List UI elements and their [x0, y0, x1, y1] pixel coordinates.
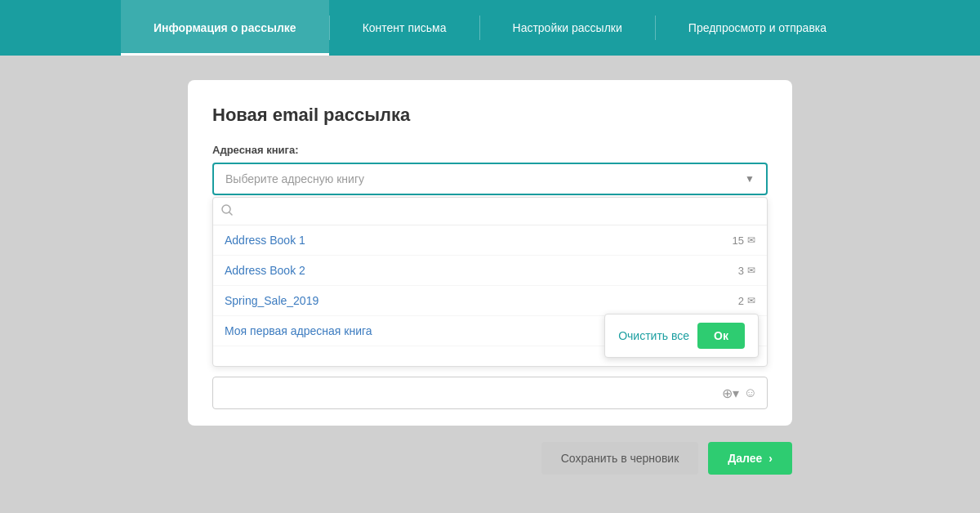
address-book-dropdown[interactable]: Выберите адресную книгу ▼	[212, 163, 768, 195]
item-count: 3 ✉	[738, 265, 755, 277]
list-item[interactable]: Address Book 2 3 ✉	[213, 256, 767, 286]
item-count: 2 ✉	[738, 295, 755, 307]
editor-bar: ⊕▾ ☺	[212, 377, 768, 409]
merge-tag-icon[interactable]: ⊕▾	[722, 386, 739, 401]
next-button[interactable]: Далее ›	[708, 442, 792, 475]
search-icon	[221, 204, 233, 218]
save-draft-button[interactable]: Сохранить в черновик	[541, 442, 699, 475]
envelope-icon: ✉	[747, 234, 755, 246]
envelope-icon: ✉	[747, 265, 755, 276]
tab-settings-label: Настройки рассылки	[513, 21, 622, 34]
dropdown-footer: Очистить все Ок	[213, 346, 767, 366]
address-book-label: Адресная книга:	[212, 144, 768, 156]
ok-button[interactable]: Ок	[697, 323, 745, 349]
search-input[interactable]	[239, 205, 759, 218]
emoji-icon[interactable]: ☺	[744, 386, 757, 400]
clear-all-button[interactable]: Очистить все	[618, 329, 689, 342]
tab-info[interactable]: Информация о рассылке	[121, 0, 329, 56]
list-item[interactable]: Address Book 1 15 ✉	[213, 225, 767, 256]
dropdown-footer-popup: Очистить все Ок	[604, 314, 759, 358]
main-content: Новая email рассылка Адресная книга: Выб…	[0, 56, 980, 513]
tab-preview[interactable]: Предпросмотр и отправка	[656, 0, 859, 56]
card-title: Новая email рассылка	[212, 105, 768, 126]
next-label: Далее	[728, 452, 762, 465]
item-name: Address Book 2	[225, 264, 305, 277]
list-item[interactable]: Spring_Sale_2019 2 ✉	[213, 286, 767, 316]
tab-preview-label: Предпросмотр и отправка	[688, 21, 826, 34]
item-name: Spring_Sale_2019	[225, 294, 318, 307]
chevron-right-icon: ›	[768, 452, 773, 465]
bottom-actions: Сохранить в черновик Далее ›	[188, 442, 792, 475]
dropdown-panel: Address Book 1 15 ✉ Address Book 2 3 ✉ S…	[212, 197, 768, 367]
envelope-icon: ✉	[747, 295, 755, 306]
item-name: Address Book 1	[225, 234, 305, 247]
svg-line-1	[229, 212, 232, 215]
item-name: Моя первая адресная книга	[225, 324, 372, 337]
tab-content[interactable]: Контент письма	[330, 0, 479, 56]
tab-content-label: Контент письма	[363, 21, 447, 34]
tab-settings[interactable]: Настройки рассылки	[480, 0, 655, 56]
item-count: 15 ✉	[733, 234, 755, 247]
dropdown-placeholder: Выберите адресную книгу	[225, 172, 364, 185]
top-navigation: Информация о рассылке Контент письма Нас…	[0, 0, 980, 56]
search-box	[213, 198, 767, 225]
chevron-down-icon: ▼	[745, 173, 755, 185]
tab-info-label: Информация о рассылке	[154, 21, 296, 34]
form-card: Новая email рассылка Адресная книга: Выб…	[188, 80, 792, 426]
